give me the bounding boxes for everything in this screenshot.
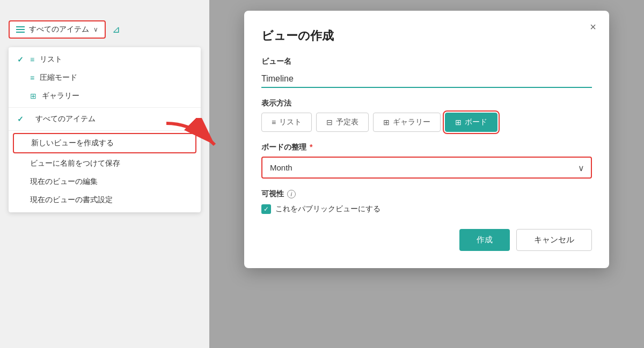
visibility-label-row: 可視性 i: [261, 189, 592, 199]
top-bar: すべてのアイテム ∨ ⊿: [0, 16, 209, 43]
chevron-down-icon: ∨: [93, 26, 98, 33]
public-view-label: これをパブリックビューにする: [275, 204, 380, 214]
check-icon-all: ✓: [17, 115, 25, 123]
display-method-label: 表示方法: [261, 99, 592, 108]
board-organize-label: ボードの整理 *: [261, 143, 592, 152]
menu-item-compact[interactable]: ≡ 圧縮モード: [9, 69, 201, 87]
view-name-input[interactable]: [261, 71, 592, 88]
view-name-label: ビュー名: [261, 57, 592, 66]
menu-item-gallery-label: ギャラリー: [42, 91, 79, 101]
visibility-label: 可視性: [261, 189, 284, 199]
menu-item-save-view-label: ビューに名前をつけて保存: [30, 159, 120, 168]
modal-footer: 作成 キャンセル: [261, 229, 592, 251]
menu-item-gallery[interactable]: ⊞ ギャラリー: [9, 87, 201, 105]
menu-item-list[interactable]: ✓ ≡ リスト: [9, 50, 201, 69]
left-panel-content: すべてのアイテム ∨ ⊿ ✓ ≡ リスト ≡ 圧縮モード ⊞ ギャ: [0, 11, 209, 218]
gallery-btn-icon: ⊞: [383, 118, 390, 127]
view-type-schedule-button[interactable]: ⊟ 予定表: [316, 113, 369, 132]
board-btn-label: ボード: [465, 117, 487, 127]
create-view-modal: ビューの作成 × ビュー名 表示方法 ≡ リスト ⊟ 予定表: [244, 11, 609, 268]
schedule-btn-icon: ⊟: [326, 118, 333, 127]
check-icon-list: ✓: [17, 55, 25, 64]
menu-item-compact-label: 圧縮モード: [40, 73, 77, 83]
display-method-section: 表示方法 ≡ リスト ⊟ 予定表 ⊞ ギャラリー: [261, 99, 592, 132]
left-panel: すべてのアイテム ∨ ⊿ ✓ ≡ リスト ≡ 圧縮モード ⊞ ギャ: [0, 0, 209, 348]
all-items-label: すべてのアイテム: [29, 25, 89, 34]
view-type-board-button[interactable]: ⊞ ボード: [445, 113, 497, 132]
divider-1: [9, 107, 201, 108]
board-organize-select[interactable]: Month Week Day: [262, 158, 591, 177]
list-icon: ≡: [30, 55, 34, 64]
required-marker: *: [308, 143, 312, 151]
filter-icon[interactable]: ⊿: [112, 24, 120, 35]
menu-item-new-view-label: 新しいビューを作成する: [31, 138, 114, 148]
all-items-dropdown-button[interactable]: すべてのアイテム ∨: [9, 20, 106, 39]
view-type-buttons-group: ≡ リスト ⊟ 予定表 ⊞ ギャラリー ⊞ ボード: [261, 113, 592, 132]
arrow-indicator: [161, 118, 225, 163]
menu-item-edit-view[interactable]: 現在のビューの編集: [9, 173, 201, 191]
compact-icon: ≡: [30, 73, 34, 82]
menu-item-all-items-label: すべてのアイテム: [35, 114, 96, 124]
modal-title: ビューの作成: [261, 28, 592, 44]
view-name-section: ビュー名: [261, 57, 592, 88]
modal-close-button[interactable]: ×: [590, 21, 596, 32]
hamburger-icon: [16, 26, 25, 33]
cancel-button[interactable]: キャンセル: [516, 229, 592, 251]
menu-item-format-view[interactable]: 現在のビューの書式設定: [9, 191, 201, 209]
create-button[interactable]: 作成: [459, 229, 510, 251]
modal-backdrop: ビューの作成 × ビュー名 表示方法 ≡ リスト ⊟ 予定表: [209, 0, 644, 348]
board-organize-select-wrapper: Month Week Day ∨: [261, 157, 592, 179]
menu-item-edit-view-label: 現在のビューの編集: [30, 177, 98, 187]
public-view-checkbox[interactable]: ✓: [261, 204, 271, 214]
info-icon: i: [287, 190, 296, 198]
list-btn-label: リスト: [279, 117, 302, 127]
board-btn-icon: ⊞: [455, 118, 462, 127]
schedule-btn-label: 予定表: [336, 117, 358, 127]
menu-item-list-label: リスト: [40, 55, 62, 64]
menu-item-format-view-label: 現在のビューの書式設定: [30, 195, 113, 205]
visibility-checkbox-row: ✓ これをパブリックビューにする: [261, 204, 592, 214]
view-type-list-button[interactable]: ≡ リスト: [261, 113, 312, 132]
list-btn-icon: ≡: [272, 118, 276, 127]
view-type-gallery-button[interactable]: ⊞ ギャラリー: [373, 113, 441, 132]
visibility-section: 可視性 i ✓ これをパブリックビューにする: [261, 189, 592, 214]
gallery-icon: ⊞: [30, 92, 36, 100]
board-organize-section: ボードの整理 * Month Week Day ∨: [261, 143, 592, 179]
gallery-btn-label: ギャラリー: [393, 117, 430, 127]
